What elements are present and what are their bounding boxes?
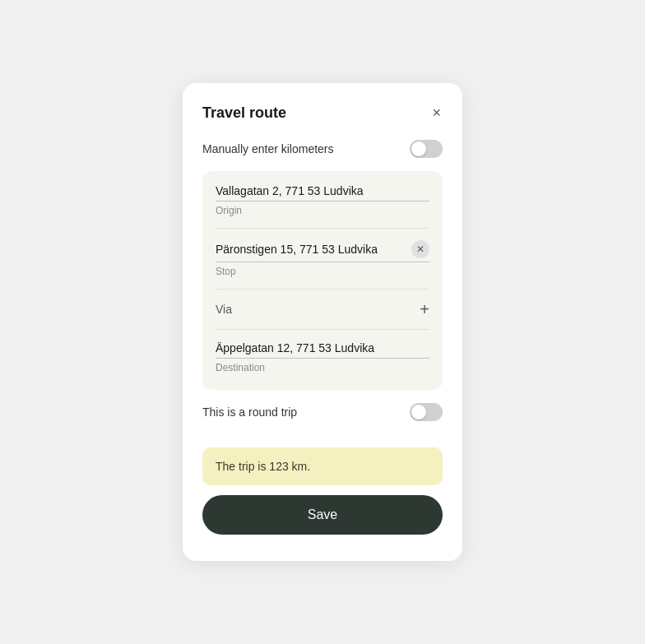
route-card: Vallagatan 2, 771 53 Ludvika Origin Päro… (202, 171, 443, 390)
origin-field: Vallagatan 2, 771 53 Ludvika Origin (216, 184, 429, 216)
modal-title: Travel route (202, 104, 286, 122)
spacer (202, 434, 443, 447)
divider-3 (216, 329, 429, 330)
via-label: Via (216, 303, 232, 316)
manually-toggle-label: Manually enter kilometers (202, 142, 334, 155)
destination-underline (216, 358, 429, 359)
destination-value[interactable]: Äppelgatan 12, 771 53 Ludvika (216, 341, 429, 354)
stop-underline (216, 262, 429, 262)
destination-field: Äppelgatan 12, 771 53 Ludvika Destinatio… (216, 341, 429, 373)
modal-header: Travel route × (202, 103, 443, 123)
origin-underline (216, 201, 429, 202)
origin-value[interactable]: Vallagatan 2, 771 53 Ludvika (216, 184, 429, 197)
round-trip-toggle-row: This is a round trip (202, 403, 443, 421)
stop-label: Stop (216, 266, 429, 277)
travel-route-modal: Travel route × Manually enter kilometers… (183, 83, 462, 561)
stop-field: Päronstigen 15, 771 53 Ludvika ✕ Stop (216, 240, 429, 277)
manually-toggle-row: Manually enter kilometers (202, 140, 443, 158)
trip-info-text: The trip is 123 km. (216, 460, 310, 473)
clear-stop-button[interactable]: ✕ (411, 240, 429, 258)
divider-2 (216, 289, 429, 290)
via-row: Via + (216, 301, 429, 317)
save-button[interactable]: Save (202, 495, 443, 535)
stop-value[interactable]: Päronstigen 15, 771 53 Ludvika (216, 243, 405, 256)
manually-toggle[interactable] (410, 140, 443, 158)
stop-input-row: Päronstigen 15, 771 53 Ludvika ✕ (216, 240, 429, 258)
origin-label: Origin (216, 205, 429, 216)
divider-1 (216, 228, 429, 229)
round-trip-toggle[interactable] (410, 403, 443, 421)
trip-info-box: The trip is 123 km. (202, 447, 443, 485)
via-add-button[interactable]: + (420, 301, 429, 317)
round-trip-label: This is a round trip (202, 405, 297, 419)
close-button[interactable]: × (430, 103, 443, 123)
destination-label: Destination (216, 362, 429, 373)
